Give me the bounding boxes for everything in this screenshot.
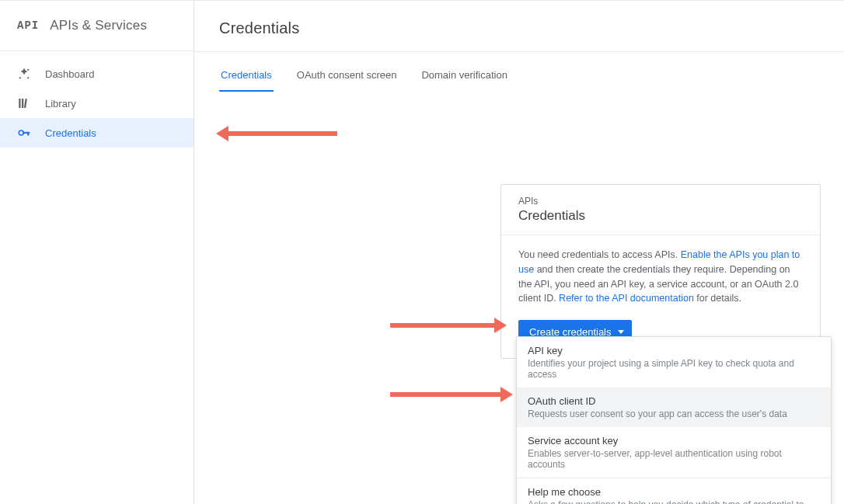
sidebar-item-dashboard[interactable]: Dashboard (0, 59, 194, 89)
dropdown-item-service-account-key[interactable]: Service account key Enables server-to-se… (517, 427, 831, 478)
card-body-text: You need credentials to access APIs. Ena… (501, 235, 820, 320)
sidebar-item-label: Credentials (45, 127, 96, 139)
dropdown-item-sub: Requests user consent so your app can ac… (528, 408, 820, 419)
dropdown-item-title: OAuth client ID (528, 395, 820, 407)
caret-down-icon (618, 330, 624, 334)
dashboard-icon (17, 67, 31, 81)
svg-rect-8 (28, 132, 30, 135)
tab-oauth-consent[interactable]: OAuth consent screen (295, 64, 399, 92)
api-documentation-link[interactable]: Refer to the API documentation (559, 293, 694, 304)
dropdown-item-sub: Asks a few questions to help you decide … (528, 499, 820, 504)
tab-domain-verification[interactable]: Domain verification (420, 64, 509, 92)
sidebar-item-label: Library (45, 98, 76, 109)
sidebar-divider (0, 50, 194, 51)
dropdown-item-api-key[interactable]: API key Identifies your project using a … (517, 337, 831, 388)
svg-point-2 (27, 77, 29, 78)
dropdown-item-help-me-choose[interactable]: Help me choose Asks a few questions to h… (517, 478, 831, 504)
page-title: Credentials (219, 19, 819, 37)
card-text-post: for details. (694, 293, 741, 304)
sidebar-item-library[interactable]: Library (0, 89, 194, 118)
svg-rect-3 (19, 99, 20, 108)
tab-credentials[interactable]: Credentials (219, 64, 274, 92)
create-credentials-dropdown: API key Identifies your project using a … (516, 336, 832, 504)
dropdown-item-title: Help me choose (528, 486, 820, 498)
dropdown-item-title: API key (528, 345, 820, 356)
product-label: APIs & Services (50, 18, 147, 33)
credentials-card: APIs Credentials You need credentials to… (500, 184, 821, 359)
svg-rect-4 (22, 99, 23, 108)
dropdown-item-title: Service account key (528, 435, 820, 447)
card-header: APIs Credentials (501, 185, 820, 235)
card-kicker: APIs (518, 196, 803, 207)
svg-point-1 (27, 69, 29, 71)
library-icon (17, 96, 31, 110)
product-header: API APIs & Services (0, 1, 194, 50)
dropdown-item-sub: Enables server-to-server, app-level auth… (528, 448, 820, 470)
dropdown-item-oauth-client-id[interactable]: OAuth client ID Requests user consent so… (517, 388, 831, 427)
api-logo-icon: API (17, 19, 39, 32)
card-text-pre: You need credentials to access APIs. (518, 249, 681, 260)
svg-point-0 (19, 77, 21, 78)
svg-rect-5 (24, 99, 27, 108)
dropdown-item-sub: Identifies your project using a simple A… (528, 358, 820, 380)
page-header: Credentials (194, 1, 844, 51)
key-icon (17, 126, 31, 140)
sidebar: API APIs & Services Dashboard Library Cr… (0, 1, 194, 504)
sidebar-item-label: Dashboard (45, 68, 95, 80)
sidebar-item-credentials[interactable]: Credentials (0, 118, 194, 148)
card-title: Credentials (518, 208, 803, 224)
tabs: Credentials OAuth consent screen Domain … (194, 52, 844, 92)
